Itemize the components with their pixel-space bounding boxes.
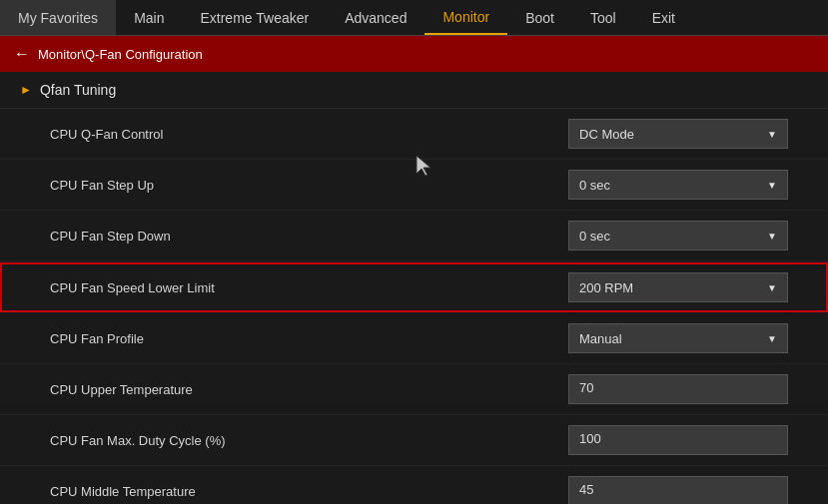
setting-label-cpu-fan-speed-lower-limit: CPU Fan Speed Lower Limit [50,280,215,295]
setting-row-cpu-upper-temperature: CPU Upper Temperature70 [0,364,828,415]
input-cpu-middle-temperature: 45 [568,476,788,504]
dropdown-arrow-cpu-fan-step-up: ▼ [767,180,777,191]
setting-row-cpu-fan-step-up: CPU Fan Step Up0 sec▼ [0,160,828,211]
dropdown-cpu-fan-speed-lower-limit[interactable]: 200 RPM▼ [568,272,788,302]
setting-row-cpu-fan-max-duty-cycle: CPU Fan Max. Duty Cycle (%)100 [0,415,828,466]
setting-row-cpu-fan-speed-lower-limit: CPU Fan Speed Lower Limit200 RPM▼ [0,262,828,312]
dropdown-value-cpu-qfan-control: DC Mode [579,127,634,142]
dropdown-value-cpu-fan-speed-lower-limit: 200 RPM [579,280,633,295]
input-cpu-fan-max-duty-cycle: 100 [568,425,788,455]
dropdown-value-cpu-fan-profile: Manual [579,331,622,346]
setting-row-cpu-middle-temperature: CPU Middle Temperature45 [0,466,828,504]
breadcrumb: Monitor\Q-Fan Configuration [38,47,203,62]
nav-item-main[interactable]: Main [116,0,182,35]
settings-list: CPU Q-Fan ControlDC Mode▼CPU Fan Step Up… [0,109,828,504]
dropdown-arrow-cpu-fan-step-down: ▼ [767,231,777,242]
setting-row-cpu-fan-profile: CPU Fan ProfileManual▼ [0,313,828,364]
qfan-tuning-label: Qfan Tuning [40,82,116,98]
setting-label-cpu-fan-step-down: CPU Fan Step Down [50,229,171,244]
setting-label-cpu-fan-step-up: CPU Fan Step Up [50,178,154,193]
dropdown-arrow-cpu-qfan-control: ▼ [767,129,777,140]
dropdown-value-cpu-fan-step-up: 0 sec [579,178,610,193]
setting-label-cpu-qfan-control: CPU Q-Fan Control [50,127,163,142]
setting-label-cpu-middle-temperature: CPU Middle Temperature [50,484,196,499]
nav-item-extreme-tweaker[interactable]: Extreme Tweaker [182,0,327,35]
nav-item-my-favorites[interactable]: My Favorites [0,0,116,35]
setting-label-cpu-upper-temperature: CPU Upper Temperature [50,382,193,397]
nav-item-exit[interactable]: Exit [634,0,693,35]
nav-item-monitor[interactable]: Monitor [424,0,507,35]
setting-row-cpu-fan-step-down: CPU Fan Step Down0 sec▼ [0,211,828,261]
setting-label-cpu-fan-max-duty-cycle: CPU Fan Max. Duty Cycle (%) [50,433,226,448]
dropdown-value-cpu-fan-step-down: 0 sec [579,229,610,244]
dropdown-cpu-qfan-control[interactable]: DC Mode▼ [568,119,788,149]
nav-item-advanced[interactable]: Advanced [327,0,424,35]
nav-item-boot[interactable]: Boot [507,0,572,35]
dropdown-cpu-fan-step-down[interactable]: 0 sec▼ [568,221,788,251]
top-navigation: My FavoritesMainExtreme TweakerAdvancedM… [0,0,828,36]
input-cpu-upper-temperature: 70 [568,374,788,404]
setting-label-cpu-fan-profile: CPU Fan Profile [50,331,144,346]
qfan-expand-arrow: ► [20,83,32,97]
dropdown-cpu-fan-profile[interactable]: Manual▼ [568,323,788,353]
setting-row-cpu-qfan-control: CPU Q-Fan ControlDC Mode▼ [0,109,828,160]
dropdown-arrow-cpu-fan-profile: ▼ [767,333,777,344]
dropdown-cpu-fan-step-up[interactable]: 0 sec▼ [568,170,788,200]
dropdown-arrow-cpu-fan-speed-lower-limit: ▼ [767,282,777,293]
breadcrumb-bar: ← Monitor\Q-Fan Configuration [0,36,828,72]
back-button[interactable]: ← [14,45,30,63]
nav-item-tool[interactable]: Tool [572,0,634,35]
qfan-tuning-row[interactable]: ► Qfan Tuning [0,72,828,109]
